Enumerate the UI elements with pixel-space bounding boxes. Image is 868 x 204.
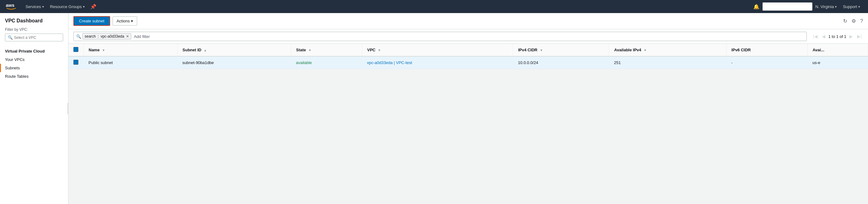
- col-header-available-ipv4[interactable]: Available IPv4 ▼: [609, 44, 726, 56]
- actions-button-label: Actions: [117, 19, 130, 23]
- first-page-button[interactable]: |◀: [812, 33, 819, 39]
- sidebar-title: VPC Dashboard: [0, 18, 68, 27]
- col-header-avail: Avai...: [807, 44, 868, 56]
- sort-avail-ipv4-icon: ▼: [644, 49, 647, 52]
- actions-caret-icon: ▾: [131, 19, 133, 23]
- table-row[interactable]: Public subnet subnet-90ba1dbe available …: [68, 56, 868, 69]
- row-name: Public subnet: [84, 56, 178, 69]
- nav-support-caret: ▾: [858, 5, 860, 8]
- sidebar-item-subnets[interactable]: Subnets: [0, 64, 68, 72]
- next-page-button[interactable]: ▶: [848, 33, 854, 39]
- sidebar-item-route-tables-label: Route Tables: [5, 74, 29, 79]
- col-header-state[interactable]: State ▼: [291, 44, 362, 56]
- row-ipv4-cidr: 10.0.0.0/24: [513, 56, 609, 69]
- main-content: Create subnet Actions ▾ ↻ ⚙ ? 🔍 search :…: [68, 13, 868, 204]
- row-state: available: [291, 56, 362, 69]
- filter-tag-colon: :: [98, 34, 99, 38]
- nav-pin-icon[interactable]: 📌: [88, 4, 99, 10]
- col-header-vpc[interactable]: VPC ▼: [362, 44, 513, 56]
- table-header-checkbox: [68, 44, 84, 56]
- filter-tag: search : vpc-a0d33eda ✕: [83, 33, 131, 39]
- bell-icon[interactable]: 🔔: [750, 4, 763, 10]
- row-vpc[interactable]: vpc-a0d33eda | VPC-test: [362, 56, 513, 69]
- col-header-subnet-id[interactable]: Subnet ID ▲: [177, 44, 291, 56]
- nav-services[interactable]: Services ▾: [22, 0, 47, 13]
- nav-region-caret: ▾: [835, 5, 837, 8]
- col-header-ipv4-cidr[interactable]: IPv4 CIDR ▼: [513, 44, 609, 56]
- sidebar-item-your-vpcs-label: Your VPCs: [5, 57, 25, 62]
- vpc-filter-input[interactable]: [14, 35, 60, 40]
- svg-text:aws: aws: [6, 3, 14, 8]
- pagination-text: 1 to 1 of 1: [829, 34, 846, 39]
- layout: VPC Dashboard Filter by VPC: 🔍 Virtual P…: [0, 13, 868, 204]
- sort-subnet-id-icon: ▲: [204, 49, 207, 52]
- select-all-checkbox[interactable]: [73, 47, 79, 52]
- row-available-ipv4: 251: [609, 56, 726, 69]
- create-subnet-button[interactable]: Create subnet: [73, 16, 110, 26]
- refresh-button[interactable]: ↻: [843, 18, 847, 24]
- nav-resource-groups-caret: ▾: [83, 5, 85, 8]
- row-checkbox-cell: [68, 56, 84, 69]
- sidebar: VPC Dashboard Filter by VPC: 🔍 Virtual P…: [0, 13, 68, 204]
- help-button[interactable]: ?: [860, 18, 863, 24]
- nav-services-label: Services: [26, 4, 41, 9]
- add-filter-label[interactable]: Add filter: [134, 34, 150, 39]
- col-header-ipv6-cidr: IPv6 CIDR: [726, 44, 807, 56]
- toolbar: Create subnet Actions ▾ ↻ ⚙ ?: [68, 13, 868, 29]
- sort-state-icon: ▼: [308, 49, 311, 52]
- settings-button[interactable]: ⚙: [851, 18, 856, 24]
- last-page-button[interactable]: ▶|: [856, 33, 863, 39]
- top-nav: aws Services ▾ Resource Groups ▾ 📌 🔔 N. …: [0, 0, 868, 13]
- nav-region-label: N. Virginia: [815, 4, 834, 9]
- filter-search: 🔍 search : vpc-a0d33eda ✕ Add filter: [73, 32, 807, 41]
- vpc-filter-search-icon: 🔍: [8, 35, 13, 40]
- sidebar-item-route-tables[interactable]: Route Tables: [0, 72, 68, 81]
- toolbar-icons: ↻ ⚙ ?: [843, 18, 863, 24]
- sort-ipv4-cidr-icon: ▼: [540, 49, 543, 52]
- table-container: Name ▼ Subnet ID ▲ State ▼ VPC: [68, 44, 868, 69]
- prev-page-button[interactable]: ◀: [821, 33, 827, 39]
- filter-tag-key: search: [85, 34, 96, 38]
- sidebar-collapse-handle[interactable]: ◀: [67, 103, 68, 114]
- aws-logo: aws: [5, 2, 18, 11]
- sidebar-item-your-vpcs[interactable]: Your VPCs: [0, 55, 68, 64]
- row-subnet-id: subnet-90ba1dbe: [177, 56, 291, 69]
- aws-logo-svg: aws: [5, 2, 18, 11]
- sort-vpc-icon: ▼: [378, 49, 381, 52]
- pagination: |◀ ◀ 1 to 1 of 1 ▶ ▶|: [812, 33, 863, 39]
- filter-bar: 🔍 search : vpc-a0d33eda ✕ Add filter |◀ …: [68, 29, 868, 44]
- nav-resource-groups-label: Resource Groups: [50, 4, 82, 9]
- sidebar-section-title: Virtual Private Cloud: [0, 45, 68, 55]
- filter-tag-value: vpc-a0d33eda: [100, 34, 124, 38]
- sort-name-icon: ▼: [102, 49, 105, 52]
- filter-search-icon: 🔍: [76, 34, 81, 39]
- subnets-table: Name ▼ Subnet ID ▲ State ▼ VPC: [68, 44, 868, 69]
- filter-tag-close-icon[interactable]: ✕: [126, 34, 129, 38]
- nav-resource-groups[interactable]: Resource Groups ▾: [47, 0, 88, 13]
- filter-label: Filter by VPC:: [0, 27, 68, 34]
- row-ipv6-cidr: -: [726, 56, 807, 69]
- nav-region[interactable]: N. Virginia ▾: [812, 0, 840, 13]
- vpc-filter-container: 🔍: [5, 34, 63, 41]
- row-avail-zone: us-e: [807, 56, 868, 69]
- nav-services-caret: ▾: [42, 5, 44, 8]
- nav-support-label: Support: [843, 4, 857, 9]
- table-header-row: Name ▼ Subnet ID ▲ State ▼ VPC: [68, 44, 868, 56]
- actions-button[interactable]: Actions ▾: [113, 17, 137, 26]
- row-checkbox[interactable]: [73, 60, 79, 65]
- col-header-name[interactable]: Name ▼: [84, 44, 178, 56]
- nav-support[interactable]: Support ▾: [840, 0, 863, 13]
- nav-search-input[interactable]: [763, 2, 812, 10]
- sidebar-item-subnets-label: Subnets: [5, 66, 20, 70]
